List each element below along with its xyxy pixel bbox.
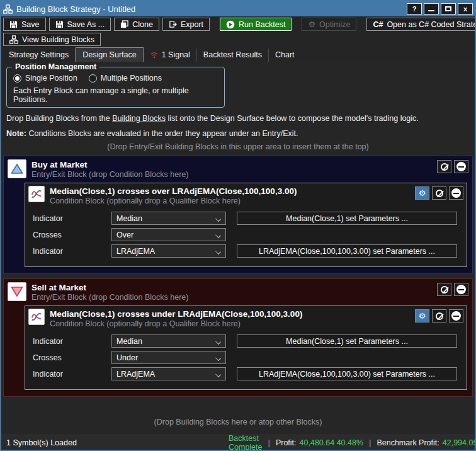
export-icon <box>169 20 177 28</box>
export-button[interactable]: Export <box>162 18 210 31</box>
disable-block-button[interactable] <box>432 186 446 200</box>
remove-block-button[interactable] <box>449 186 463 200</box>
position-management-caption: Each Entry Block can manage a single, or… <box>13 86 218 104</box>
minus-icon <box>451 188 461 198</box>
profit-value: 40,480.64 40.48% <box>300 438 363 447</box>
remove-block-button[interactable] <box>454 160 468 173</box>
minimize-button[interactable] <box>424 3 439 14</box>
view-building-blocks-button[interactable]: View Building Blocks <box>3 33 101 46</box>
block-subtitle: Entry/Exit Block (drop Condition Blocks … <box>31 293 432 302</box>
settings-button[interactable]: ⚙ <box>415 309 429 323</box>
indicator-dropdown[interactable]: LRAdjEMA <box>111 367 226 380</box>
indicator-dropdown[interactable]: LRAdjEMA <box>111 244 226 258</box>
field-label: Indicator <box>33 214 111 223</box>
position-mode-options: Single Position Multiple Positions <box>13 74 218 83</box>
group-legend: Position Management <box>12 62 99 71</box>
profit-status: Profit: 40,480.64 40.48% <box>276 438 363 447</box>
tab-signals[interactable]: 1 Signal <box>144 49 197 62</box>
field-label: Crosses <box>33 231 111 239</box>
crosses-dropdown[interactable]: Under <box>111 351 226 364</box>
remove-block-button[interactable] <box>449 309 463 323</box>
window-title: Building Block Strategy - Untitled <box>16 4 403 14</box>
set-parameters-button[interactable]: LRAdjEMA(Close,100,100,3.00) set Paramet… <box>237 367 457 380</box>
condition-row: Indicator Median Median(Close,1) set Par… <box>33 212 459 225</box>
app-icon <box>3 4 13 14</box>
radio-multiple-positions[interactable]: Multiple Positions <box>89 74 162 83</box>
condition-block[interactable]: Median(Close,1) crosses over LRAdjEMA(Cl… <box>25 183 467 267</box>
signal-icon <box>150 51 159 59</box>
bottom-drop-hint: (Drop Building Blocks here or atop other… <box>1 418 475 426</box>
condition-block[interactable]: Median(Close,1) crosses under LRAdjEMA(C… <box>25 305 467 390</box>
backtest-status: Backtest Complete <box>229 434 263 451</box>
set-parameters-button[interactable]: Median(Close,1) set Parameters ... <box>237 334 457 348</box>
condition-row: Indicator LRAdjEMA LRAdjEMA(Close,100,10… <box>33 367 459 380</box>
play-icon <box>226 20 235 29</box>
main-toolbar: Save Save As ... Clone Export Run Backte… <box>1 16 475 31</box>
save-button[interactable]: Save <box>3 18 46 31</box>
minus-icon <box>451 311 461 321</box>
prohibition-icon <box>441 163 448 171</box>
titlebar: Building Block Strategy - Untitled ? x <box>1 1 475 16</box>
position-management-group: Position Management Single Position Mult… <box>6 67 225 108</box>
remove-block-button[interactable] <box>454 283 468 296</box>
crossover-icon <box>28 309 45 325</box>
csharp-icon: C# <box>373 20 383 29</box>
floppy-icon <box>9 20 18 28</box>
field-label: Indicator <box>33 337 111 346</box>
crosses-dropdown[interactable]: Over <box>111 228 226 241</box>
benchmark-profit-status: Benchmark Profit: 42,994.05 42.99% <box>377 438 476 447</box>
disable-block-button[interactable] <box>437 160 451 173</box>
set-parameters-button[interactable]: Median(Close,1) set Parameters ... <box>237 212 457 225</box>
close-button[interactable]: x <box>458 3 473 14</box>
condition-header: Median(Close,1) crosses over LRAdjEMA(Cl… <box>25 183 467 207</box>
radio-selected-icon <box>13 74 21 83</box>
indicator-dropdown[interactable]: Median <box>111 212 226 225</box>
symbols-loaded-status: 1 Symbol(s) Loaded <box>6 438 223 447</box>
tab-strategy-settings[interactable]: Strategy Settings <box>3 49 76 62</box>
field-label: Indicator <box>33 247 111 256</box>
instruction-line-1: Drop Building Blocks from the Building B… <box>6 114 475 123</box>
indicator-dropdown[interactable]: Median <box>111 334 226 348</box>
open-csharp-button[interactable]: C# Open as C# Coded Strategy <box>366 18 476 31</box>
save-as-button[interactable]: Save As ... <box>49 18 111 31</box>
run-backtest-button[interactable]: Run Backtest <box>220 18 292 31</box>
buy-triangle-icon <box>8 159 26 178</box>
sell-block[interactable]: Sell at Market Entry/Exit Block (drop Co… <box>3 278 473 397</box>
condition-title: Median(Close,1) crosses under LRAdjEMA(C… <box>50 309 410 319</box>
clone-button[interactable]: Clone <box>114 18 159 31</box>
prohibition-icon <box>436 312 443 320</box>
gear-icon: ⚙ <box>419 189 426 197</box>
block-title: Buy at Market <box>31 159 432 170</box>
tab-chart[interactable]: Chart <box>269 49 301 62</box>
top-drop-hint: (Drop Entry/Exit Building Blocks in this… <box>1 142 475 151</box>
tab-backtest-results[interactable]: Backtest Results <box>197 49 269 62</box>
buy-block[interactable]: Buy at Market Entry/Exit Block (drop Con… <box>3 156 473 274</box>
building-blocks-link[interactable]: Building Blocks <box>112 114 166 123</box>
prohibition-icon <box>441 286 448 294</box>
app-window: Building Block Strategy - Untitled ? x S… <box>0 0 476 451</box>
maximize-button[interactable] <box>441 3 456 14</box>
disable-block-button[interactable] <box>432 309 446 323</box>
set-parameters-button[interactable]: LRAdjEMA(Close,100,100,3.00) set Paramet… <box>237 244 457 258</box>
status-separator: | <box>268 438 270 447</box>
tab-strip: Strategy Settings Design Surface 1 Signa… <box>1 47 475 62</box>
radio-unselected-icon <box>89 74 97 83</box>
gear-icon: ⚙ <box>419 312 426 320</box>
clone-icon <box>120 20 128 28</box>
field-label: Crosses <box>33 353 111 362</box>
help-button[interactable]: ? <box>407 3 422 14</box>
tab-design-surface[interactable]: Design Surface <box>76 47 143 62</box>
condition-subtitle: Condition Block (optionally drop a Quali… <box>50 319 410 329</box>
disable-block-button[interactable] <box>437 283 451 296</box>
radio-single-position[interactable]: Single Position <box>13 74 77 83</box>
status-bar: 1 Symbol(s) Loaded Backtest Complete | P… <box>1 435 475 450</box>
condition-row: Indicator LRAdjEMA LRAdjEMA(Close,100,10… <box>33 244 459 258</box>
block-title: Sell at Market <box>31 282 432 293</box>
block-subtitle: Entry/Exit Block (drop Condition Blocks … <box>31 170 432 180</box>
condition-row: Indicator Median Median(Close,1) set Par… <box>33 334 459 348</box>
gears-icon: ⚙ <box>308 20 315 28</box>
optimize-button[interactable]: ⚙ Optimize <box>302 18 356 31</box>
condition-row: Crosses Under <box>33 351 459 364</box>
settings-button[interactable]: ⚙ <box>415 186 429 200</box>
buy-block-header: Buy at Market Entry/Exit Block (drop Con… <box>4 156 472 182</box>
